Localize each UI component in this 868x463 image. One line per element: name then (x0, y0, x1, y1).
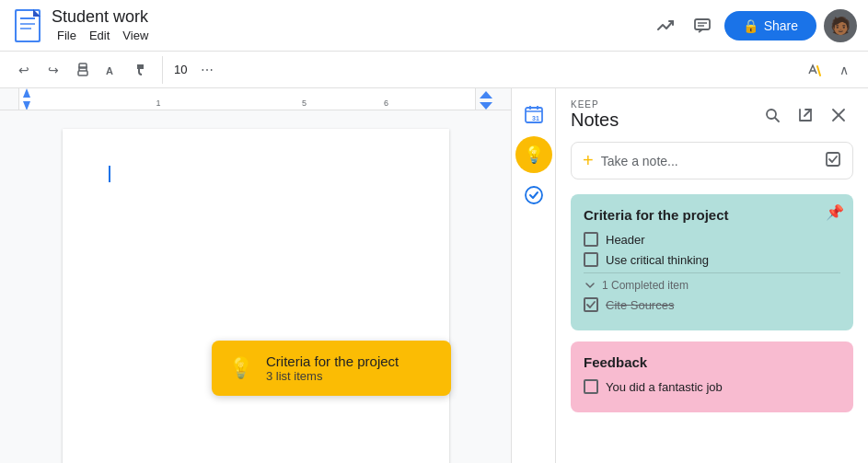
note-checkbox-header[interactable] (584, 232, 598, 247)
keep-scroll: 📌 Criteria for the project Header Use cr… (556, 187, 868, 463)
app-title: Student work (52, 7, 154, 27)
svg-line-25 (775, 118, 779, 122)
note-card-criteria[interactable]: 📌 Criteria for the project Header Use cr… (571, 194, 853, 330)
keep-sidebar-icon[interactable]: 💡 (515, 136, 552, 173)
format-paint-button[interactable]: A (99, 57, 125, 83)
main-area: 1 5 6 💡 (0, 88, 868, 463)
keep-new-note[interactable]: + Take a note... (571, 142, 853, 179)
note-card-title: Criteria for the project (584, 207, 840, 223)
keep-brand-bottom: Notes (571, 110, 619, 131)
note-checkbox-critical[interactable] (584, 252, 598, 267)
note-check-label-critical: Use critical thinking (606, 253, 709, 267)
floating-note-icon: 💡 (228, 356, 253, 380)
note-card-feedback[interactable]: Feedback You did a fantastic job (571, 341, 853, 412)
note-checkbox-cite[interactable] (584, 297, 598, 312)
svg-text:A: A (106, 65, 113, 76)
keep-header-icons (758, 100, 853, 130)
lock-icon: 🔒 (743, 18, 758, 33)
collapse-button[interactable]: ∧ (831, 57, 857, 83)
note-check-label-header: Header (606, 233, 645, 247)
note-card-feedback-title: Feedback (584, 354, 840, 370)
note-check-label-fantastic: You did a fantastic job (606, 380, 723, 394)
svg-text:31: 31 (532, 115, 539, 122)
menu-edit[interactable]: Edit (84, 27, 115, 44)
ruler-inner: 1 5 6 (18, 88, 476, 110)
print-button[interactable] (70, 57, 96, 83)
scroll-indicator (480, 91, 492, 110)
ruler-svg (19, 88, 475, 110)
keep-plus-icon: + (583, 150, 594, 171)
text-cursor (109, 166, 110, 182)
ruler: 1 5 6 (0, 88, 511, 110)
completed-divider (584, 272, 840, 273)
trend-icon[interactable] (651, 11, 680, 41)
app-menu: File Edit View (52, 27, 154, 44)
avatar[interactable]: 🧑🏾 (824, 9, 857, 42)
completed-toggle[interactable]: 1 Completed item (584, 279, 840, 292)
svg-marker-17 (480, 102, 492, 110)
svg-rect-10 (79, 64, 87, 68)
tasks-sidebar-icon[interactable] (515, 177, 552, 214)
comment-icon[interactable] (688, 11, 717, 41)
svg-marker-14 (23, 88, 30, 98)
divider (162, 56, 163, 84)
keep-open-button[interactable] (791, 100, 820, 130)
calendar-sidebar-icon[interactable]: 31 (515, 96, 552, 133)
floating-note-tooltip[interactable]: 💡 Criteria for the project 3 list items (212, 341, 451, 396)
paint-format-button[interactable] (129, 57, 155, 83)
chevron-down-icon (584, 279, 596, 292)
svg-rect-9 (78, 71, 87, 75)
doc-area: 1 5 6 💡 (0, 88, 511, 463)
floating-note-title: Criteria for the project (266, 353, 399, 369)
floating-note-subtitle: 3 list items (266, 369, 399, 383)
note-checkbox-fantastic[interactable] (584, 379, 598, 394)
zoom-value: 10 (170, 63, 191, 76)
svg-line-13 (817, 66, 820, 75)
note-item-fantastic: You did a fantastic job (584, 379, 840, 394)
share-button[interactable]: 🔒 Share (724, 11, 816, 41)
menu-view[interactable]: View (117, 27, 154, 44)
note-check-label-cite: Cite Sources (606, 298, 674, 312)
floating-note-text-group: Criteria for the project 3 list items (266, 353, 399, 383)
svg-rect-29 (827, 153, 839, 166)
svg-marker-15 (23, 101, 30, 110)
keep-new-note-placeholder: Take a note... (601, 154, 817, 168)
doc-page (63, 129, 449, 463)
undo-button[interactable]: ↩ (11, 57, 37, 83)
note-item-header: Header (584, 232, 840, 247)
svg-line-26 (804, 110, 811, 116)
share-label: Share (764, 18, 798, 33)
keep-checkbox-icon (825, 151, 841, 171)
second-toolbar: ↩ ↪ A 10 ⋯ ∧ (0, 52, 868, 88)
doc-scroll: 💡 Criteria for the project 3 list items (0, 110, 511, 463)
pen-button[interactable] (802, 57, 827, 83)
keep-panel: KEEP Notes (555, 88, 868, 463)
redo-button[interactable]: ↪ (41, 57, 66, 83)
svg-point-23 (526, 187, 542, 203)
completed-label: 1 Completed item (602, 279, 689, 292)
keep-search-button[interactable] (758, 100, 787, 130)
sidebar-icons: 31 💡 (511, 88, 555, 463)
keep-brand: KEEP Notes (571, 99, 619, 131)
note-item-cite: Cite Sources (584, 297, 840, 312)
app-icon (11, 9, 44, 42)
top-bar: Student work File Edit View 🔒 Share 🧑🏾 (0, 0, 868, 52)
note-item-critical: Use critical thinking (584, 252, 840, 267)
svg-marker-16 (480, 91, 492, 98)
svg-rect-6 (695, 19, 710, 29)
keep-close-button[interactable] (824, 100, 853, 130)
menu-file[interactable]: File (52, 27, 82, 44)
app-title-group: Student work File Edit View (52, 7, 154, 44)
keep-header: KEEP Notes (556, 88, 868, 134)
keep-brand-top: KEEP (571, 99, 619, 110)
pin-icon: 📌 (826, 203, 844, 221)
more-options-button[interactable]: ⋯ (194, 57, 220, 83)
